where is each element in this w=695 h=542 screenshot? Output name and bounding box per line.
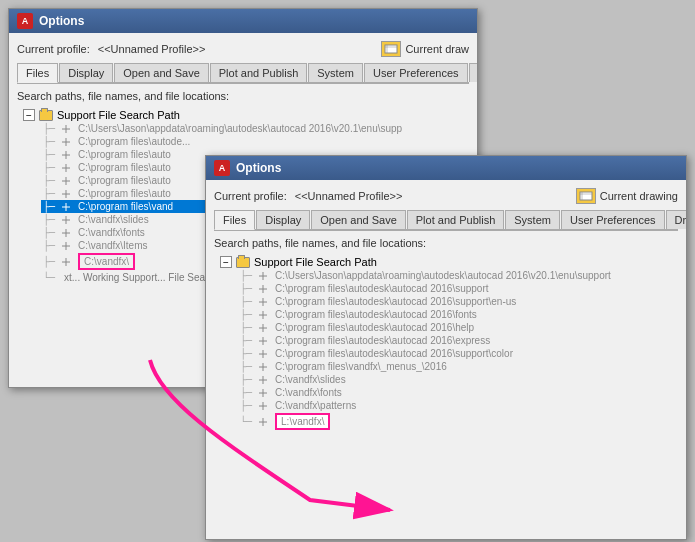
current-drawing-1: Current draw — [381, 41, 469, 57]
current-drawing-label-1: Current draw — [405, 43, 469, 55]
tree-section-2: − Support File Search Path ├─ C:\Users\J… — [214, 255, 678, 537]
search-label-2: Search paths, file names, and file locat… — [214, 237, 678, 249]
tree-item-2-10[interactable]: ├─ C:\vandfx\patterns — [238, 399, 678, 412]
tab-files-2[interactable]: Files — [214, 210, 255, 230]
tree-items-2: ├─ C:\Users\Jason\appdata\roaming\autode… — [222, 269, 678, 431]
tree-item-1-0[interactable]: ├─ C:\Users\Jason\appdata\roaming\autode… — [41, 122, 469, 135]
profile-row-2: Current profile: <<Unnamed Profile>> Cur… — [214, 188, 678, 204]
tab-files-1[interactable]: Files — [17, 63, 58, 83]
tree-item-2-editing[interactable]: └─ L:\vandfx\ — [238, 412, 678, 431]
profile-value-1: <<Unnamed Profile>> — [98, 43, 206, 55]
tree-item-2-4[interactable]: ├─ C:\program files\autodesk\autocad 201… — [238, 321, 678, 334]
tab-system-1[interactable]: System — [308, 63, 363, 82]
tab-system-2[interactable]: System — [505, 210, 560, 229]
options-window-2: A Options Current profile: <<Unnamed Pro… — [205, 155, 687, 540]
highlight-vandfx-1: C:\vandfx\ — [78, 253, 135, 270]
tab-open-save-1[interactable]: Open and Save — [114, 63, 208, 82]
tab-open-save-2[interactable]: Open and Save — [311, 210, 405, 229]
tree-item-1-1[interactable]: ├─ C:\program files\autode... — [41, 135, 469, 148]
tabs-2: Files Display Open and Save Plot and Pub… — [214, 210, 678, 231]
tree-item-2-7[interactable]: ├─ C:\program files\vandfx\_menus_\2016 — [238, 360, 678, 373]
title-bar-2: A Options — [206, 156, 686, 180]
window-title-2: Options — [236, 161, 281, 175]
expand-root-1[interactable]: − — [23, 109, 35, 121]
profile-row-1: Current profile: <<Unnamed Profile>> Cur… — [17, 41, 469, 57]
tree-root-label-1: Support File Search Path — [57, 109, 180, 121]
tree-item-2-9[interactable]: ├─ C:\vandfx\fonts — [238, 386, 678, 399]
profile-label-1: Current profile: — [17, 43, 90, 55]
title-bar-1: A Options — [9, 9, 477, 33]
tab-plot-publish-2[interactable]: Plot and Publish — [407, 210, 505, 229]
tab-user-prefs-1[interactable]: User Preferences — [364, 63, 468, 82]
tab-drafting-2[interactable]: Drafting — [666, 210, 686, 229]
profile-value-2: <<Unnamed Profile>> — [295, 190, 403, 202]
tree-item-2-0[interactable]: ├─ C:\Users\Jason\appdata\roaming\autode… — [238, 269, 678, 282]
tree-item-2-3[interactable]: ├─ C:\program files\autodesk\autocad 201… — [238, 308, 678, 321]
tab-user-prefs-2[interactable]: User Preferences — [561, 210, 665, 229]
app-icon-2: A — [214, 160, 230, 176]
tree-item-2-6[interactable]: ├─ C:\program files\autodesk\autocad 201… — [238, 347, 678, 360]
editing-field-2[interactable]: L:\vandfx\ — [275, 413, 330, 430]
tree-item-2-8[interactable]: ├─ C:\vandfx\slides — [238, 373, 678, 386]
draw-icon-2 — [576, 188, 596, 204]
folder-icon-root-1 — [39, 110, 53, 121]
tree-item-2-1[interactable]: ├─ C:\program files\autodesk\autocad 201… — [238, 282, 678, 295]
folder-icon-root-2 — [236, 257, 250, 268]
current-drawing-2: Current drawing — [576, 188, 678, 204]
window-title-1: Options — [39, 14, 84, 28]
tabs-1: Files Display Open and Save Plot and Pub… — [17, 63, 469, 84]
tab-drafting-1[interactable]: Drafting — [469, 63, 477, 82]
tab-plot-publish-1[interactable]: Plot and Publish — [210, 63, 308, 82]
tree-root-2: − Support File Search Path — [218, 255, 678, 269]
draw-icon-1 — [381, 41, 401, 57]
tree-root-1: − Support File Search Path — [21, 108, 469, 122]
app-icon-1: A — [17, 13, 33, 29]
expand-root-2[interactable]: − — [220, 256, 232, 268]
current-drawing-label-2: Current drawing — [600, 190, 678, 202]
search-label-1: Search paths, file names, and file locat… — [17, 90, 469, 102]
tree-item-2-5[interactable]: ├─ C:\program files\autodesk\autocad 201… — [238, 334, 678, 347]
tree-root-label-2: Support File Search Path — [254, 256, 377, 268]
tab-display-1[interactable]: Display — [59, 63, 113, 82]
profile-label-2: Current profile: — [214, 190, 287, 202]
tree-item-2-2[interactable]: ├─ C:\program files\autodesk\autocad 201… — [238, 295, 678, 308]
tab-display-2[interactable]: Display — [256, 210, 310, 229]
